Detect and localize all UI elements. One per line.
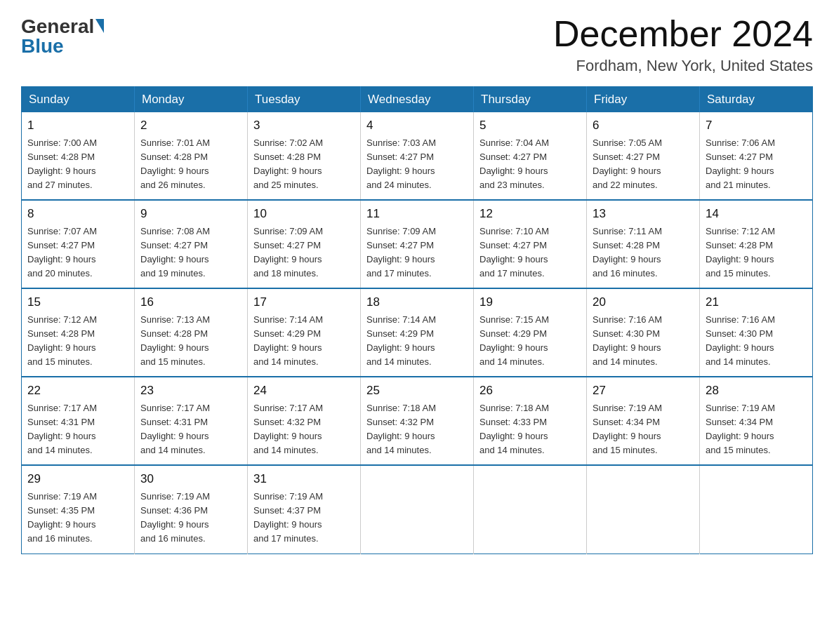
day-info: Sunrise: 7:10 AMSunset: 4:27 PMDaylight:… xyxy=(479,224,581,281)
day-number: 11 xyxy=(366,205,468,223)
day-info: Sunrise: 7:02 AMSunset: 4:28 PMDaylight:… xyxy=(253,136,355,193)
day-number: 23 xyxy=(140,382,241,400)
day-info: Sunrise: 7:16 AMSunset: 4:30 PMDaylight:… xyxy=(593,313,694,370)
calendar-cell: 3Sunrise: 7:02 AMSunset: 4:28 PMDaylight… xyxy=(248,112,361,200)
header-sunday: Sunday xyxy=(22,87,135,113)
calendar-cell: 10Sunrise: 7:09 AMSunset: 4:27 PMDayligh… xyxy=(248,200,361,288)
day-number: 16 xyxy=(140,293,241,311)
calendar-cell: 9Sunrise: 7:08 AMSunset: 4:27 PMDaylight… xyxy=(135,200,248,288)
calendar-cell: 1Sunrise: 7:00 AMSunset: 4:28 PMDaylight… xyxy=(22,112,135,200)
day-number: 1 xyxy=(27,116,128,135)
day-number: 8 xyxy=(27,205,128,223)
calendar-cell: 31Sunrise: 7:19 AMSunset: 4:37 PMDayligh… xyxy=(248,465,361,554)
day-number: 18 xyxy=(366,293,468,311)
logo-blue: Blue xyxy=(21,36,64,56)
calendar-week-row: 15Sunrise: 7:12 AMSunset: 4:28 PMDayligh… xyxy=(22,288,813,377)
day-number: 9 xyxy=(140,205,241,223)
day-info: Sunrise: 7:14 AMSunset: 4:29 PMDaylight:… xyxy=(253,313,355,370)
day-number: 26 xyxy=(479,382,581,400)
day-info: Sunrise: 7:17 AMSunset: 4:31 PMDaylight:… xyxy=(140,401,241,458)
calendar-cell: 12Sunrise: 7:10 AMSunset: 4:27 PMDayligh… xyxy=(474,200,587,288)
calendar-cell xyxy=(587,465,700,554)
logo: General Blue xyxy=(21,17,104,56)
header-saturday: Saturday xyxy=(700,87,813,113)
calendar-week-row: 1Sunrise: 7:00 AMSunset: 4:28 PMDaylight… xyxy=(22,112,813,200)
header-tuesday: Tuesday xyxy=(248,87,361,113)
calendar-cell: 6Sunrise: 7:05 AMSunset: 4:27 PMDaylight… xyxy=(587,112,700,200)
day-number: 29 xyxy=(27,470,128,488)
calendar-cell: 5Sunrise: 7:04 AMSunset: 4:27 PMDaylight… xyxy=(474,112,587,200)
calendar-cell: 29Sunrise: 7:19 AMSunset: 4:35 PMDayligh… xyxy=(22,465,135,554)
day-info: Sunrise: 7:19 AMSunset: 4:34 PMDaylight:… xyxy=(706,401,807,458)
day-number: 14 xyxy=(706,205,807,223)
day-info: Sunrise: 7:00 AMSunset: 4:28 PMDaylight:… xyxy=(27,136,128,193)
day-number: 30 xyxy=(140,470,241,488)
day-info: Sunrise: 7:18 AMSunset: 4:33 PMDaylight:… xyxy=(479,401,581,458)
day-info: Sunrise: 7:17 AMSunset: 4:31 PMDaylight:… xyxy=(27,401,128,458)
day-number: 7 xyxy=(706,116,807,135)
calendar-cell: 2Sunrise: 7:01 AMSunset: 4:28 PMDaylight… xyxy=(135,112,248,200)
day-number: 28 xyxy=(706,382,807,400)
day-info: Sunrise: 7:06 AMSunset: 4:27 PMDaylight:… xyxy=(706,136,807,193)
day-info: Sunrise: 7:11 AMSunset: 4:28 PMDaylight:… xyxy=(593,224,694,281)
header-thursday: Thursday xyxy=(474,87,587,113)
calendar-cell xyxy=(700,465,813,554)
day-info: Sunrise: 7:08 AMSunset: 4:27 PMDaylight:… xyxy=(140,224,241,281)
day-info: Sunrise: 7:19 AMSunset: 4:36 PMDaylight:… xyxy=(140,490,241,546)
day-number: 2 xyxy=(140,116,241,135)
day-info: Sunrise: 7:04 AMSunset: 4:27 PMDaylight:… xyxy=(479,136,581,193)
day-number: 5 xyxy=(479,116,581,135)
day-info: Sunrise: 7:12 AMSunset: 4:28 PMDaylight:… xyxy=(706,224,807,281)
day-number: 20 xyxy=(593,293,694,311)
calendar-cell: 28Sunrise: 7:19 AMSunset: 4:34 PMDayligh… xyxy=(700,377,813,465)
calendar-cell: 16Sunrise: 7:13 AMSunset: 4:28 PMDayligh… xyxy=(135,288,248,377)
calendar-cell: 13Sunrise: 7:11 AMSunset: 4:28 PMDayligh… xyxy=(587,200,700,288)
day-number: 25 xyxy=(366,382,468,400)
calendar-week-row: 29Sunrise: 7:19 AMSunset: 4:35 PMDayligh… xyxy=(22,465,813,554)
day-number: 21 xyxy=(706,293,807,311)
calendar-cell: 15Sunrise: 7:12 AMSunset: 4:28 PMDayligh… xyxy=(22,288,135,377)
calendar-cell: 14Sunrise: 7:12 AMSunset: 4:28 PMDayligh… xyxy=(700,200,813,288)
day-info: Sunrise: 7:09 AMSunset: 4:27 PMDaylight:… xyxy=(366,224,468,281)
calendar-week-row: 22Sunrise: 7:17 AMSunset: 4:31 PMDayligh… xyxy=(22,377,813,465)
calendar-cell xyxy=(474,465,587,554)
title-section: December 2024 Fordham, New York, United … xyxy=(553,14,813,75)
calendar-cell: 19Sunrise: 7:15 AMSunset: 4:29 PMDayligh… xyxy=(474,288,587,377)
header-wednesday: Wednesday xyxy=(361,87,474,113)
day-info: Sunrise: 7:09 AMSunset: 4:27 PMDaylight:… xyxy=(253,224,355,281)
day-number: 12 xyxy=(479,205,581,223)
calendar-cell: 24Sunrise: 7:17 AMSunset: 4:32 PMDayligh… xyxy=(248,377,361,465)
calendar-header-row: SundayMondayTuesdayWednesdayThursdayFrid… xyxy=(22,87,813,113)
logo-general: General xyxy=(21,17,104,36)
page-header: General Blue December 2024 Fordham, New … xyxy=(21,14,813,75)
day-info: Sunrise: 7:12 AMSunset: 4:28 PMDaylight:… xyxy=(27,313,128,370)
calendar-table: SundayMondayTuesdayWednesdayThursdayFrid… xyxy=(21,86,813,554)
day-number: 4 xyxy=(366,116,468,135)
day-info: Sunrise: 7:13 AMSunset: 4:28 PMDaylight:… xyxy=(140,313,241,370)
day-number: 19 xyxy=(479,293,581,311)
month-title: December 2024 xyxy=(553,14,813,54)
day-number: 27 xyxy=(593,382,694,400)
day-number: 24 xyxy=(253,382,355,400)
calendar-cell: 8Sunrise: 7:07 AMSunset: 4:27 PMDaylight… xyxy=(22,200,135,288)
calendar-week-row: 8Sunrise: 7:07 AMSunset: 4:27 PMDaylight… xyxy=(22,200,813,288)
calendar-cell: 11Sunrise: 7:09 AMSunset: 4:27 PMDayligh… xyxy=(361,200,474,288)
calendar-cell: 26Sunrise: 7:18 AMSunset: 4:33 PMDayligh… xyxy=(474,377,587,465)
day-info: Sunrise: 7:14 AMSunset: 4:29 PMDaylight:… xyxy=(366,313,468,370)
calendar-cell: 20Sunrise: 7:16 AMSunset: 4:30 PMDayligh… xyxy=(587,288,700,377)
day-info: Sunrise: 7:05 AMSunset: 4:27 PMDaylight:… xyxy=(593,136,694,193)
calendar-cell: 21Sunrise: 7:16 AMSunset: 4:30 PMDayligh… xyxy=(700,288,813,377)
day-number: 17 xyxy=(253,293,355,311)
calendar-cell: 4Sunrise: 7:03 AMSunset: 4:27 PMDaylight… xyxy=(361,112,474,200)
calendar-cell: 18Sunrise: 7:14 AMSunset: 4:29 PMDayligh… xyxy=(361,288,474,377)
calendar-cell xyxy=(361,465,474,554)
calendar-cell: 17Sunrise: 7:14 AMSunset: 4:29 PMDayligh… xyxy=(248,288,361,377)
day-number: 3 xyxy=(253,116,355,135)
day-info: Sunrise: 7:07 AMSunset: 4:27 PMDaylight:… xyxy=(27,224,128,281)
day-info: Sunrise: 7:01 AMSunset: 4:28 PMDaylight:… xyxy=(140,136,241,193)
day-info: Sunrise: 7:18 AMSunset: 4:32 PMDaylight:… xyxy=(366,401,468,458)
calendar-cell: 30Sunrise: 7:19 AMSunset: 4:36 PMDayligh… xyxy=(135,465,248,554)
calendar-cell: 25Sunrise: 7:18 AMSunset: 4:32 PMDayligh… xyxy=(361,377,474,465)
day-number: 13 xyxy=(593,205,694,223)
day-number: 22 xyxy=(27,382,128,400)
